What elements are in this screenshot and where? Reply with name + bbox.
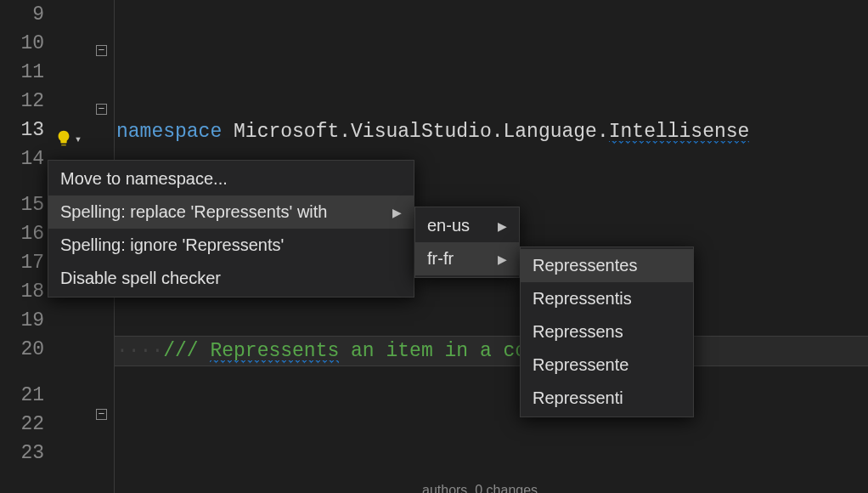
chevron-down-icon: ▾ [75,132,82,146]
lightbulb-quick-actions[interactable]: ▾ [49,126,87,151]
whitespace-dots: ···· [116,340,163,362]
line-number: 15 [0,190,44,219]
line-number: 9 [0,0,44,29]
quick-actions-menu: Move to namespace... Spelling: replace '… [48,160,414,298]
lightbulb-icon [54,129,73,148]
line-number: 12 [0,87,44,116]
menu-item-label: Spelling: ignore 'Repressents' [60,235,284,255]
menu-item-label: Disable spell checker [60,269,221,288]
line-number: 11 [0,58,44,87]
line-number: 21 [0,381,44,410]
menu-item-lang-fr-fr[interactable]: fr-fr ▶ [415,242,519,275]
line-number: 14 [0,144,44,173]
menu-item-label: fr-fr [427,249,454,269]
code-line [116,44,868,73]
menu-item-label: Repressentes [533,256,637,275]
codelens[interactable]: authors, 0 changes [422,483,868,493]
menu-item-label: Repressens [533,322,623,342]
menu-item-suggestion[interactable]: Repressente [521,348,693,382]
chevron-right-icon: ▶ [498,219,507,233]
line-number-current: 13 [0,116,44,144]
menu-item-label: Repressenti [533,388,623,408]
menu-item-label: en-us [427,216,470,235]
line-number-gutter: 9 10 11 12 13 14 15 16 17 18 19 20 21 22… [0,0,49,493]
code-line-current: ····/// Repressents an item in a complet… [115,337,868,366]
menu-item-spelling-replace[interactable]: Spelling: replace 'Repressents' with ▶ [48,196,414,229]
spell-error-word[interactable]: Intellisense [609,121,750,144]
menu-item-label: Spelling: replace 'Repressents' with [60,202,327,222]
menu-item-label: Move to namespace... [60,169,228,189]
namespace-path: Microsoft.VisualStudio.Language. [234,121,609,143]
line-number: 10 [0,29,44,58]
menu-item-suggestion[interactable]: Repressentes [521,249,693,282]
menu-item-lang-en-us[interactable]: en-us ▶ [415,209,519,242]
menu-item-suggestion[interactable]: Repressenti [521,382,693,415]
line-number: 16 [0,219,44,248]
menu-item-label: Repressentis [533,289,632,309]
spelling-language-menu: en-us ▶ fr-fr ▶ [414,207,520,278]
fold-toggle[interactable]: − [96,45,107,56]
spelling-suggestions-menu: Repressentes Repressentis Repressens Rep… [520,246,694,417]
fold-toggle[interactable]: − [96,409,107,420]
line-number: 17 [0,248,44,277]
line-number: 23 [0,439,44,468]
line-number: 22 [0,410,44,439]
line-number: 18 [0,277,44,306]
xml-doc-slash: /// [163,340,210,362]
fold-toggle[interactable]: − [96,104,107,115]
menu-item-disable-spellcheck[interactable]: Disable spell checker [48,262,414,295]
code-line [116,410,868,439]
line-number: 19 [0,306,44,335]
line-number: 20 [0,335,44,364]
spell-error-word[interactable]: Repressents [210,340,339,364]
menu-item-move-namespace[interactable]: Move to namespace... [48,162,414,196]
menu-item-suggestion[interactable]: Repressentis [521,282,693,315]
keyword-namespace: namespace [116,121,222,143]
menu-item-label: Repressente [533,355,628,375]
menu-item-suggestion[interactable]: Repressens [521,315,693,348]
code-line: namespace Microsoft.VisualStudio.Languag… [116,117,868,146]
chevron-right-icon: ▶ [392,206,402,219]
menu-item-spelling-ignore[interactable]: Spelling: ignore 'Repressents' [48,229,414,262]
chevron-right-icon: ▶ [498,252,507,266]
